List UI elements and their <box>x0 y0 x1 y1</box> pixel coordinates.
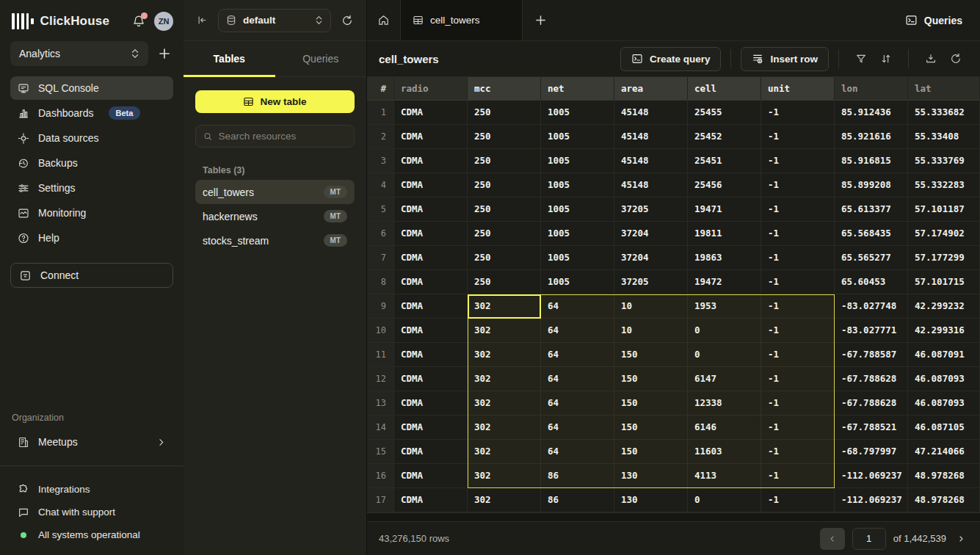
avatar[interactable]: ZN <box>154 12 173 31</box>
row-number[interactable]: 10 <box>367 319 394 343</box>
table-cell[interactable]: 86 <box>541 464 614 488</box>
table-cell[interactable]: 47.214066 <box>908 440 980 464</box>
table-cell[interactable]: -1 <box>761 319 835 343</box>
column-header-lat[interactable]: lat <box>908 77 980 101</box>
table-cell[interactable]: -68.797997 <box>835 440 908 464</box>
new-table-button[interactable]: New table <box>195 90 355 113</box>
table-cell[interactable]: CDMA <box>394 367 468 391</box>
filter-button[interactable] <box>849 47 874 71</box>
column-header-mcc[interactable]: mcc <box>468 77 541 101</box>
table-cell[interactable]: 10 <box>614 319 688 343</box>
table-cell[interactable]: 48.978268 <box>908 464 980 488</box>
queries-button[interactable]: Queries <box>888 0 980 40</box>
table-cell[interactable]: CDMA <box>394 294 468 319</box>
new-tab-button[interactable] <box>523 0 558 40</box>
table-cell[interactable]: 4113 <box>688 464 761 488</box>
table-cell[interactable]: 19471 <box>688 197 761 222</box>
sidebar-item-meetups[interactable]: Meetups <box>10 430 173 454</box>
sidebar-item-sql-console[interactable]: SQL Console <box>10 76 173 100</box>
table-cell[interactable]: 64 <box>541 343 614 367</box>
table-cell[interactable]: 19811 <box>688 222 761 246</box>
table-cell[interactable]: CDMA <box>394 173 468 197</box>
table-cell[interactable]: 1005 <box>541 246 614 270</box>
table-cell[interactable]: 57.174902 <box>908 222 980 246</box>
table-cell[interactable]: 57.101187 <box>908 197 980 222</box>
table-cell[interactable]: 19863 <box>688 246 761 270</box>
table-cell[interactable]: 64 <box>541 416 614 440</box>
row-number[interactable]: 6 <box>367 222 394 246</box>
row-number[interactable]: 1 <box>367 101 394 125</box>
column-header-cell[interactable]: cell <box>688 77 761 101</box>
table-cell[interactable]: 55.333769 <box>908 149 980 173</box>
table-cell[interactable]: 46.087093 <box>908 391 980 416</box>
table-cell[interactable]: 250 <box>468 173 541 197</box>
table-cell[interactable]: -1 <box>761 367 835 391</box>
row-number[interactable]: 14 <box>367 416 394 440</box>
table-cell[interactable]: -1 <box>761 149 835 173</box>
table-cell[interactable]: 1953 <box>688 294 761 319</box>
table-cell[interactable]: 250 <box>468 149 541 173</box>
table-cell[interactable]: 1005 <box>541 101 614 125</box>
column-header-lon[interactable]: lon <box>835 77 908 101</box>
table-cell[interactable]: -112.069237 <box>835 464 908 488</box>
table-cell[interactable]: 46.087091 <box>908 343 980 367</box>
table-cell[interactable]: 45148 <box>614 149 688 173</box>
table-cell[interactable]: 37204 <box>614 222 688 246</box>
table-cell[interactable]: CDMA <box>394 270 468 294</box>
sort-button[interactable] <box>874 47 899 71</box>
table-cell[interactable]: -83.027771 <box>835 319 908 343</box>
table-cell[interactable]: -1 <box>761 343 835 367</box>
table-cell[interactable]: 150 <box>614 343 688 367</box>
table-cell[interactable]: -1 <box>761 488 835 512</box>
table-cell[interactable]: 46.087093 <box>908 367 980 391</box>
row-number[interactable]: 4 <box>367 173 394 197</box>
table-cell[interactable]: 1005 <box>541 149 614 173</box>
table-cell[interactable]: 46.087105 <box>908 416 980 440</box>
column-header-radio[interactable]: radio <box>394 77 468 101</box>
column-header-area[interactable]: area <box>614 77 688 101</box>
table-list-item-cell-towers[interactable]: cell_towers MT <box>195 180 355 204</box>
sidebar-item-monitoring[interactable]: Monitoring <box>10 201 173 225</box>
row-number[interactable]: 16 <box>367 464 394 488</box>
notifications-button[interactable] <box>132 15 145 28</box>
page-number-input[interactable] <box>852 528 886 550</box>
refresh-tables-button[interactable] <box>338 12 356 29</box>
table-cell[interactable]: 130 <box>614 488 688 512</box>
table-cell[interactable]: 55.332283 <box>908 173 980 197</box>
table-cell[interactable]: -1 <box>761 197 835 222</box>
table-cell[interactable]: 0 <box>688 343 761 367</box>
table-cell[interactable]: -1 <box>761 125 835 149</box>
table-cell[interactable]: 150 <box>614 416 688 440</box>
table-cell[interactable]: -67.788521 <box>835 416 908 440</box>
table-cell[interactable]: 48.978268 <box>908 488 980 512</box>
table-cell[interactable]: 37205 <box>614 270 688 294</box>
table-cell[interactable]: 6147 <box>688 367 761 391</box>
table-cell[interactable]: 302 <box>468 391 541 416</box>
table-cell[interactable]: 302 <box>468 367 541 391</box>
row-number[interactable]: 2 <box>367 125 394 149</box>
table-cell[interactable]: CDMA <box>394 391 468 416</box>
system-status-link[interactable]: All systems operational <box>10 525 173 545</box>
table-cell[interactable]: 250 <box>468 246 541 270</box>
workspace-select[interactable]: Analytics <box>10 41 148 66</box>
table-list-item-hackernews[interactable]: hackernews MT <box>195 204 355 228</box>
row-number[interactable]: 7 <box>367 246 394 270</box>
table-cell[interactable]: -1 <box>761 270 835 294</box>
table-cell[interactable]: 302 <box>468 294 541 319</box>
table-cell[interactable]: -1 <box>761 294 835 319</box>
tab-queries[interactable]: Queries <box>275 41 367 76</box>
table-cell[interactable]: 12338 <box>688 391 761 416</box>
row-number[interactable]: 5 <box>367 197 394 222</box>
table-cell[interactable]: 0 <box>688 488 761 512</box>
table-cell[interactable]: 55.333682 <box>908 101 980 125</box>
table-cell[interactable]: 45148 <box>614 173 688 197</box>
table-cell[interactable]: 10 <box>614 294 688 319</box>
sidebar-item-settings[interactable]: Settings <box>10 176 173 200</box>
table-cell[interactable]: CDMA <box>394 222 468 246</box>
table-cell[interactable]: CDMA <box>394 125 468 149</box>
row-number[interactable]: 8 <box>367 270 394 294</box>
row-number[interactable]: 9 <box>367 294 394 319</box>
table-cell[interactable]: 302 <box>468 464 541 488</box>
table-cell[interactable]: 25456 <box>688 173 761 197</box>
table-cell[interactable]: 302 <box>468 319 541 343</box>
